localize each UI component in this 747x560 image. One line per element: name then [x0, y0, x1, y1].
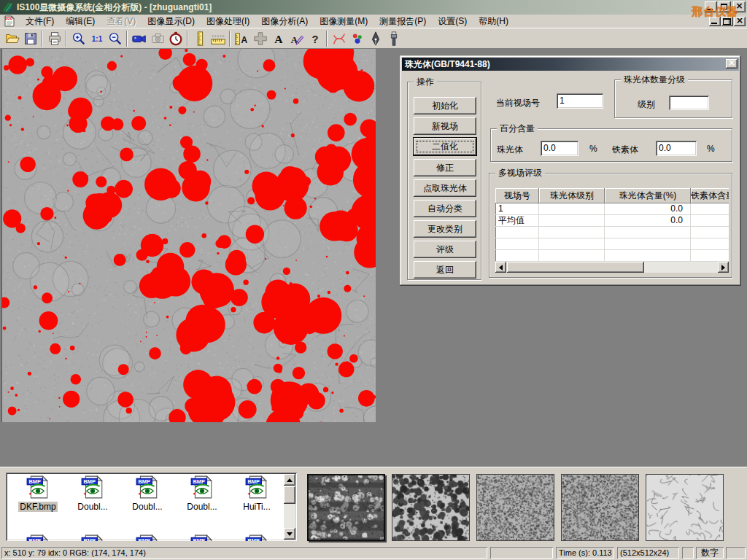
window-title: IS100显微摄像系统(金相分析版) - [zhuguangti01]	[17, 1, 212, 14]
toolbar-stopwatch-button[interactable]	[166, 30, 185, 47]
file-name: DKF.bmp	[18, 502, 57, 512]
thumbnail-1[interactable]	[307, 474, 385, 541]
toolbar-zoom-in-button[interactable]	[69, 30, 88, 47]
file-item-huiti-[interactable]: BMPHuiTi...	[231, 475, 283, 512]
document-icon[interactable]: DOC	[4, 15, 15, 27]
table-header-1[interactable]: 视场号	[495, 188, 539, 203]
op-button-5[interactable]: 点取珠光体	[414, 179, 476, 197]
toolbar-move-cross-button[interactable]	[251, 30, 269, 47]
table-row-3[interactable]	[495, 227, 729, 238]
table-header-2[interactable]: 珠光体级别	[539, 188, 605, 203]
open-icon	[4, 31, 20, 47]
ferrite-percent-input[interactable]: 0.0	[656, 141, 697, 156]
menu-item-9[interactable]: 设置(S)	[432, 15, 473, 28]
hscroll-thumb[interactable]	[507, 262, 644, 273]
bmp-file-icon: BMP	[244, 534, 269, 541]
thumbnail-4[interactable]	[561, 474, 639, 541]
toolbar-color-classify-button[interactable]	[348, 30, 366, 47]
menu-item-10[interactable]: 帮助(H)	[473, 15, 514, 28]
op-button-8[interactable]: 评级	[414, 241, 476, 258]
dialog-title-bar[interactable]: 珠光体(GB/T9441-88) ×	[402, 58, 739, 71]
micrograph-image[interactable]	[1, 49, 376, 422]
table-cell: 0.0	[605, 215, 691, 226]
op-button-2[interactable]: 新视场	[414, 117, 476, 135]
table-row-1[interactable]: 10.0	[495, 203, 729, 215]
bmp-file-icon: BMP	[26, 475, 50, 499]
svg-text:BMP: BMP	[139, 537, 151, 541]
table-row-2[interactable]: 平均值0.0	[495, 215, 729, 227]
hscroll-left-button[interactable]	[495, 262, 506, 273]
current-field-input[interactable]: 1	[557, 93, 603, 109]
toolbar-video-camera-button[interactable]	[130, 30, 148, 47]
file-item-row2-5[interactable]: BMP	[231, 534, 283, 541]
scroll-down-button[interactable]	[284, 528, 295, 540]
toolbar-print-button[interactable]	[45, 30, 63, 47]
file-item-doubl-[interactable]: BMPDoubl...	[121, 475, 174, 512]
toolbar-curve-tool-button[interactable]	[330, 30, 348, 47]
op-button-1[interactable]: 初始化	[414, 97, 476, 114]
thumbnail-2[interactable]	[392, 474, 470, 541]
op-button-9[interactable]: 返回	[414, 261, 476, 279]
toolbar-calibrate-ruler-button[interactable]: A	[233, 30, 251, 47]
mdi-minimize-button[interactable]	[709, 17, 721, 26]
toolbar-ruler-vertical-button[interactable]	[190, 30, 209, 47]
dialog-close-button[interactable]: ×	[726, 59, 738, 69]
toolbar-camera-button[interactable]	[148, 30, 166, 47]
toolbar-brush-tool-button[interactable]	[384, 30, 403, 47]
op-button-4[interactable]: 修正	[414, 159, 476, 176]
menu-item-3[interactable]: 查看(V)	[101, 15, 142, 28]
menu-item-5[interactable]: 图像处理(I)	[201, 15, 255, 28]
toolbar-one-to-one-button[interactable]: 1:1	[88, 30, 106, 47]
menu-item-6[interactable]: 图像分析(A)	[255, 15, 314, 28]
table-cell	[605, 227, 691, 238]
toolbar-zoom-out-button[interactable]	[106, 30, 124, 47]
toolbar-pen-tool-button[interactable]	[366, 30, 384, 47]
file-item-row2-4[interactable]: BMP	[176, 534, 228, 541]
vscroll-thumb[interactable]	[284, 486, 295, 504]
op-button-3[interactable]: 二值化	[414, 138, 476, 155]
table-cell	[539, 203, 605, 214]
calibrate-ruler-icon: A	[234, 31, 250, 47]
file-item-doubl-[interactable]: BMPDoubl...	[176, 475, 228, 512]
maximize-button[interactable]	[719, 1, 731, 12]
table-row-4[interactable]	[495, 238, 729, 250]
menu-item-4[interactable]: 图像显示(D)	[142, 15, 201, 28]
table-header-3[interactable]: 珠光体含量(%)	[605, 188, 691, 203]
toolbar-open-button[interactable]	[3, 30, 21, 47]
minimize-button[interactable]	[705, 1, 717, 12]
file-list[interactable]: BMPBMPBMPBMPBMPBMPHuiTi...BMPDoubl...BMP…	[6, 472, 297, 541]
mdi-close-button[interactable]: ×	[734, 17, 746, 26]
toolbar-ruler-horizontal-button[interactable]	[209, 30, 227, 47]
table-row-5[interactable]	[495, 250, 729, 262]
file-item-row2-2[interactable]: BMP	[66, 534, 119, 541]
toolbar-save-button[interactable]	[21, 30, 39, 47]
operations-group: 操作 初始化新视场二值化修正点取珠光体自动分类更改类别评级返回	[407, 82, 481, 280]
grade-level-input[interactable]	[669, 96, 709, 110]
menu-item-1[interactable]: 文件(F)	[20, 15, 60, 28]
bmp-file-icon: BMP	[190, 475, 214, 499]
file-item-row2-3[interactable]: BMP	[121, 534, 174, 541]
menu-item-2[interactable]: 编辑(E)	[60, 15, 101, 28]
scroll-up-button[interactable]	[284, 474, 295, 486]
thumbnail-5[interactable]	[646, 474, 724, 541]
file-item-doubl-[interactable]: BMPDoubl...	[66, 475, 119, 512]
hscroll-right-button[interactable]	[718, 262, 729, 273]
close-button[interactable]: ×	[733, 1, 746, 12]
toolbar-help-button[interactable]: ?	[306, 30, 324, 47]
table-header-4[interactable]: 铁素体含量(%)	[691, 188, 729, 203]
thumbnail-3[interactable]	[476, 474, 554, 541]
mdi-restore-button[interactable]	[721, 17, 733, 26]
toolbar-text-a-button[interactable]: A	[269, 30, 287, 47]
minimize-icon	[707, 9, 713, 10]
table-cell	[495, 250, 539, 261]
op-button-6[interactable]: 自动分类	[414, 200, 476, 217]
pearlite-percent-input[interactable]: 0.0	[541, 141, 578, 156]
menu-item-7[interactable]: 图像测量(M)	[314, 15, 374, 28]
file-item-row2-1[interactable]: BMP	[12, 534, 64, 541]
rating-table[interactable]: 视场号珠光体级别珠光体含量(%)铁素体含量(%)10.0平均值0.0	[495, 188, 729, 262]
file-item-dkf-bmp[interactable]: BMPDKF.bmp	[12, 475, 64, 512]
toolbar-annotate-button[interactable]: A	[287, 30, 306, 47]
menu-item-8[interactable]: 测量报告(P)	[374, 15, 432, 28]
help-icon: ?	[307, 31, 323, 47]
op-button-7[interactable]: 更改类别	[414, 220, 476, 238]
